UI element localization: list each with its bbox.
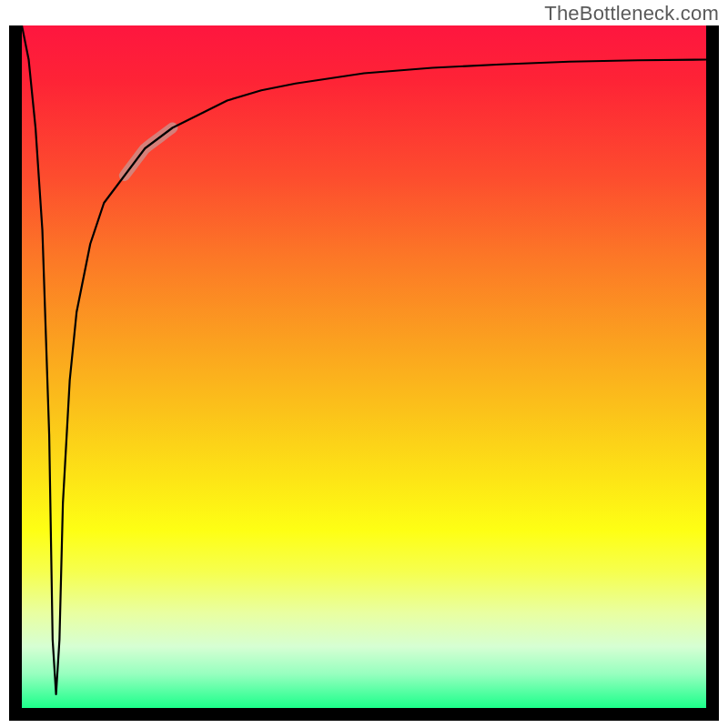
highlight-segment	[125, 128, 173, 177]
attribution-label: TheBottleneck.com	[544, 2, 719, 25]
plot-area	[22, 25, 706, 708]
chart-frame	[9, 25, 719, 721]
chart-container: TheBottleneck.com	[0, 0, 728, 728]
curve-layer	[22, 25, 706, 708]
bottleneck-curve	[22, 25, 706, 694]
